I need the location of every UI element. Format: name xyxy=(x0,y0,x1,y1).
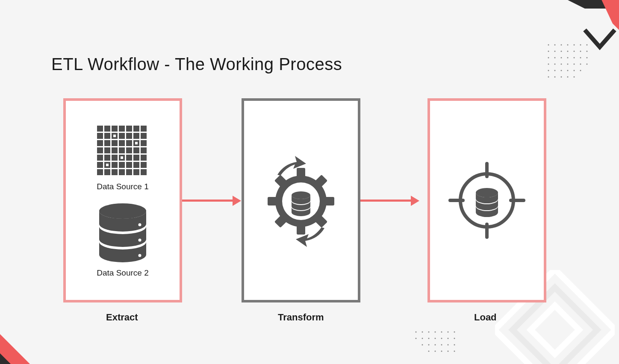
svg-rect-100 xyxy=(104,155,110,161)
svg-point-62 xyxy=(435,344,436,346)
svg-rect-45 xyxy=(531,305,579,354)
svg-rect-108 xyxy=(112,162,118,168)
corner-decoration-bottom-left xyxy=(0,308,68,364)
svg-point-25 xyxy=(561,64,562,65)
svg-point-56 xyxy=(435,338,436,339)
grid-data-icon xyxy=(97,126,148,177)
svg-rect-83 xyxy=(133,133,139,139)
svg-point-24 xyxy=(554,64,556,65)
svg-rect-109 xyxy=(119,162,125,168)
svg-rect-121 xyxy=(135,142,138,144)
svg-point-64 xyxy=(448,344,449,346)
svg-point-2 xyxy=(548,44,549,46)
svg-rect-117 xyxy=(126,169,132,175)
svg-point-66 xyxy=(428,351,430,352)
svg-rect-75 xyxy=(126,126,132,132)
svg-rect-123 xyxy=(106,164,109,166)
svg-rect-99 xyxy=(97,155,103,161)
svg-point-68 xyxy=(441,351,442,352)
svg-rect-92 xyxy=(97,147,103,153)
svg-rect-97 xyxy=(133,147,139,153)
svg-rect-129 xyxy=(297,168,305,178)
svg-point-33 xyxy=(567,70,569,71)
svg-point-48 xyxy=(428,332,430,333)
svg-rect-77 xyxy=(141,126,147,132)
svg-rect-89 xyxy=(126,140,132,146)
svg-point-50 xyxy=(441,332,442,333)
svg-point-127 xyxy=(139,254,141,257)
stage-load-box xyxy=(427,98,546,302)
dot-pattern-bottom-icon xyxy=(414,330,461,355)
svg-rect-82 xyxy=(126,133,132,139)
stage-transform-label: Transform xyxy=(278,312,324,323)
svg-rect-93 xyxy=(104,147,110,153)
svg-rect-120 xyxy=(113,135,116,137)
svg-point-13 xyxy=(574,51,575,52)
svg-rect-85 xyxy=(97,140,103,146)
svg-rect-130 xyxy=(297,224,305,235)
svg-point-15 xyxy=(587,51,588,52)
svg-point-20 xyxy=(574,57,575,59)
svg-point-39 xyxy=(567,76,569,78)
svg-rect-84 xyxy=(141,133,147,139)
gear-process-icon xyxy=(254,153,348,247)
svg-point-32 xyxy=(561,70,562,71)
stage-load-label: Load xyxy=(474,312,497,323)
svg-point-21 xyxy=(580,57,581,59)
svg-rect-116 xyxy=(119,169,125,175)
svg-rect-71 xyxy=(97,126,103,132)
svg-point-26 xyxy=(567,64,569,65)
data-source-1-label: Data Source 1 xyxy=(97,182,148,191)
svg-point-47 xyxy=(422,332,423,333)
svg-point-70 xyxy=(454,351,455,352)
svg-rect-101 xyxy=(112,155,118,161)
svg-rect-76 xyxy=(133,126,139,132)
svg-point-4 xyxy=(561,44,562,46)
svg-point-58 xyxy=(448,338,449,339)
svg-rect-106 xyxy=(97,162,103,168)
svg-point-10 xyxy=(554,51,556,52)
svg-rect-114 xyxy=(104,169,110,175)
svg-point-6 xyxy=(574,44,575,46)
svg-point-18 xyxy=(561,57,562,59)
svg-point-16 xyxy=(548,57,549,59)
svg-point-35 xyxy=(580,70,581,71)
svg-point-30 xyxy=(548,70,549,71)
svg-rect-78 xyxy=(97,133,103,139)
svg-rect-118 xyxy=(133,169,139,175)
svg-rect-131 xyxy=(268,197,278,205)
svg-point-28 xyxy=(580,64,581,65)
svg-point-55 xyxy=(428,338,430,339)
svg-rect-73 xyxy=(112,126,118,132)
svg-point-3 xyxy=(554,44,556,46)
svg-point-14 xyxy=(580,51,581,52)
svg-point-59 xyxy=(454,338,455,339)
svg-rect-119 xyxy=(141,169,147,175)
svg-point-36 xyxy=(548,76,549,78)
svg-point-138 xyxy=(292,191,310,199)
svg-rect-112 xyxy=(141,162,147,168)
target-database-icon xyxy=(444,158,530,243)
data-source-2-label: Data Source 2 xyxy=(97,268,148,278)
svg-rect-111 xyxy=(133,162,139,168)
diagram-title: ETL Workflow - The Working Process xyxy=(51,55,342,74)
svg-rect-132 xyxy=(324,197,334,205)
svg-point-17 xyxy=(554,57,556,59)
svg-rect-98 xyxy=(141,147,147,153)
svg-rect-81 xyxy=(119,133,125,139)
svg-rect-88 xyxy=(119,140,125,146)
database-stack-icon xyxy=(95,203,150,263)
svg-point-27 xyxy=(574,64,575,65)
arrow-transform-to-load-icon xyxy=(360,196,420,206)
svg-point-63 xyxy=(441,344,442,346)
svg-point-49 xyxy=(435,332,436,333)
svg-point-46 xyxy=(416,332,417,333)
svg-rect-104 xyxy=(133,155,139,161)
svg-rect-113 xyxy=(97,169,103,175)
svg-rect-115 xyxy=(112,169,118,175)
svg-rect-110 xyxy=(126,162,132,168)
svg-point-11 xyxy=(561,51,562,52)
svg-point-57 xyxy=(441,338,442,339)
svg-point-53 xyxy=(416,338,417,339)
svg-point-5 xyxy=(567,44,569,46)
